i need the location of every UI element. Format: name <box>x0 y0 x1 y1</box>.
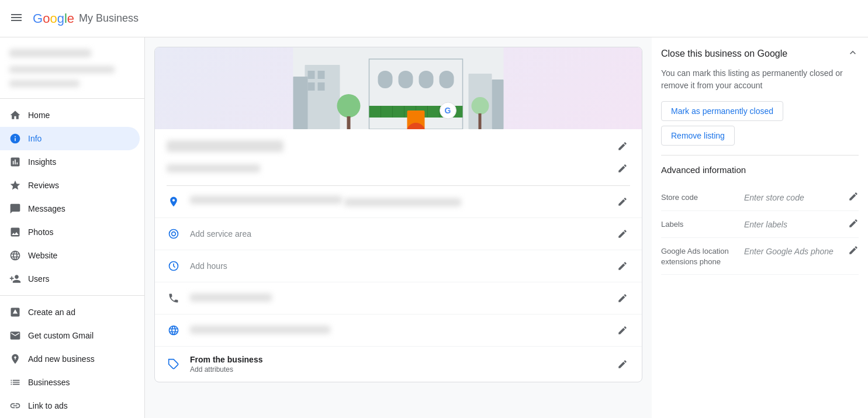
attributes-row: From the business Add attributes <box>155 347 642 382</box>
edit-business-category-button[interactable] <box>615 161 630 176</box>
sidebar-label-create-ad: Create an ad <box>28 308 75 317</box>
close-section-desc: You can mark this listing as permanently… <box>661 67 859 92</box>
google-ads-phone-value: Enter Google Ads phone <box>744 247 843 256</box>
sidebar-item-gmail[interactable]: Get custom Gmail <box>0 324 140 347</box>
tag-icon <box>167 358 181 370</box>
info-card: G <box>154 47 642 382</box>
person-add-icon <box>9 273 21 285</box>
app-logo: Google My Business <box>33 11 139 26</box>
web-icon <box>9 250 21 261</box>
business-category-row <box>155 158 642 185</box>
sidebar-item-reviews[interactable]: Reviews <box>0 174 140 197</box>
bar-chart-icon <box>9 156 21 168</box>
info-icon <box>9 133 21 144</box>
sidebar-label-businesses: Businesses <box>28 378 70 387</box>
svg-rect-9 <box>399 71 413 88</box>
edit-address-button[interactable] <box>615 194 630 209</box>
svg-rect-5 <box>318 82 325 91</box>
attributes-content[interactable]: From the business Add attributes <box>190 355 606 374</box>
sidebar-item-add-business[interactable]: Add new business <box>0 347 140 371</box>
edit-labels-button[interactable] <box>848 218 859 230</box>
business-category <box>167 164 260 172</box>
add-attributes-label: Add attributes <box>190 365 606 374</box>
service-area-content[interactable]: Add service area <box>190 229 606 239</box>
svg-point-31 <box>172 232 176 236</box>
service-area-icon <box>167 228 181 240</box>
advanced-section-title: Advanced information <box>661 165 859 175</box>
address-content <box>190 196 606 208</box>
svg-rect-8 <box>378 71 393 88</box>
svg-rect-11 <box>440 71 454 88</box>
svg-rect-3 <box>318 71 325 79</box>
location-add-icon <box>9 353 21 365</box>
edit-attributes-button[interactable] <box>615 357 630 372</box>
sidebar-label-photos: Photos <box>28 227 54 237</box>
address-row <box>155 186 642 218</box>
sidebar-item-users[interactable]: Users <box>0 267 140 291</box>
sidebar-label-gmail: Get custom Gmail <box>28 331 94 340</box>
google-ads-phone-inner: Enter Google Ads phone <box>744 245 859 257</box>
labels-row: Labels Enter labels <box>661 211 859 238</box>
sidebar-item-messages[interactable]: Messages <box>0 197 140 220</box>
hours-content[interactable]: Add hours <box>190 261 606 271</box>
center-content: G <box>145 37 652 418</box>
svg-rect-25 <box>492 80 504 129</box>
website-row <box>155 315 642 347</box>
product-name: My Business <box>79 12 139 25</box>
hours-label: Add hours <box>190 261 606 271</box>
sidebar-label-website: Website <box>28 251 57 260</box>
edit-phone-button[interactable] <box>615 291 630 306</box>
location-pin-icon <box>167 196 181 208</box>
edit-website-button[interactable] <box>615 323 630 338</box>
labels-value: Enter labels <box>744 220 843 229</box>
sidebar-item-link-ads[interactable]: Link to ads <box>0 394 140 417</box>
business-hero-image: G <box>155 47 642 129</box>
mail-icon <box>9 330 21 341</box>
store-code-row: Store code Enter store code <box>661 184 859 211</box>
sidebar-label-home: Home <box>28 110 50 120</box>
edit-service-area-button[interactable] <box>615 226 630 241</box>
website-url <box>190 326 330 334</box>
sidebar-label-insights: Insights <box>28 157 56 167</box>
globe-icon <box>167 324 181 336</box>
svg-point-30 <box>170 230 178 239</box>
google-wordmark: Google <box>33 11 74 26</box>
phone-row <box>155 282 642 315</box>
phone-icon <box>167 292 181 304</box>
chevron-up-icon[interactable] <box>847 47 859 60</box>
from-business-label: From the business <box>190 355 606 364</box>
mark-closed-button[interactable]: Mark as permanently closed <box>661 101 783 121</box>
link-icon <box>9 400 21 412</box>
hours-row: Add hours <box>155 250 642 282</box>
sidebar-item-photos[interactable]: Photos <box>0 220 140 244</box>
svg-rect-10 <box>419 71 434 88</box>
advanced-divider <box>661 155 859 156</box>
sidebar-item-website[interactable]: Website <box>0 244 140 267</box>
sidebar-label-messages: Messages <box>28 204 65 213</box>
message-icon <box>9 203 21 215</box>
advanced-section: Advanced information Store code Enter st… <box>661 165 859 275</box>
remove-listing-button[interactable]: Remove listing <box>661 126 735 146</box>
edit-business-name-button[interactable] <box>615 139 630 154</box>
svg-text:G: G <box>445 106 451 115</box>
header: Google My Business <box>0 0 868 37</box>
edit-google-ads-phone-button[interactable] <box>848 245 859 257</box>
sidebar-item-create-ad[interactable]: Create an ad <box>0 300 140 324</box>
address-line2 <box>344 198 461 206</box>
edit-store-code-button[interactable] <box>848 191 859 203</box>
edit-hours-button[interactable] <box>615 258 630 274</box>
sidebar-item-home[interactable]: Home <box>0 103 140 127</box>
sidebar-label-info: Info <box>28 134 42 143</box>
service-area-row: Add service area <box>155 218 642 250</box>
svg-rect-27 <box>347 116 351 129</box>
sidebar-item-businesses[interactable]: Businesses <box>0 371 140 394</box>
sidebar-label-users: Users <box>28 274 50 284</box>
menu-icon[interactable] <box>9 11 23 26</box>
close-section-header: Close this business on Google <box>661 47 859 60</box>
sidebar-item-info[interactable]: Info <box>0 127 140 150</box>
sidebar-item-insights[interactable]: Insights <box>0 150 140 174</box>
phone-number <box>190 293 272 302</box>
clock-icon <box>167 260 181 272</box>
svg-rect-2 <box>308 71 315 79</box>
store-code-value: Enter store code <box>744 193 843 202</box>
